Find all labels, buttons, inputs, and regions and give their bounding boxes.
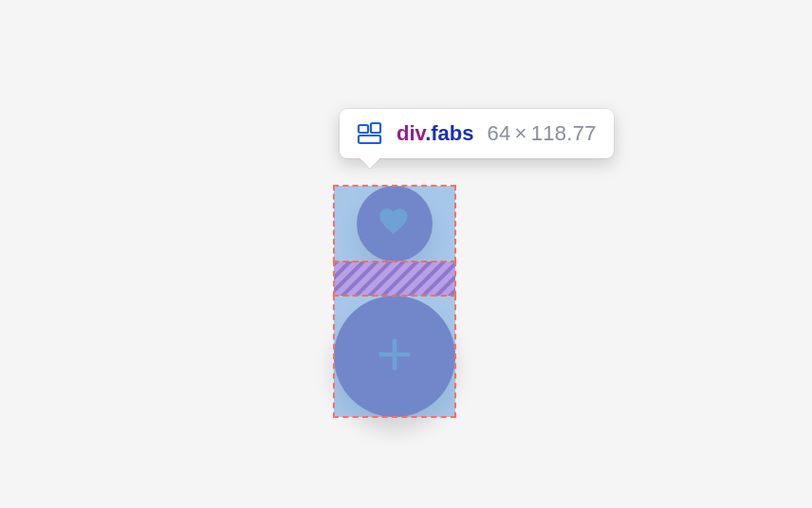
inspect-tooltip: div.fabs 64×118.77 <box>340 109 614 158</box>
tooltip-tag: div <box>397 121 425 145</box>
fabs-container <box>334 186 455 417</box>
tooltip-width: 64 <box>488 121 511 145</box>
svg-rect-3 <box>359 125 368 133</box>
tooltip-class: .fabs <box>425 121 473 145</box>
heart-icon <box>376 203 414 245</box>
fab-gap <box>334 262 455 296</box>
tooltip-selector: div.fabs <box>397 123 474 144</box>
flex-icon <box>357 120 383 147</box>
fab-add[interactable] <box>334 296 455 417</box>
svg-rect-4 <box>371 123 380 133</box>
plus-icon <box>368 328 421 385</box>
tooltip-dimensions: 64×118.77 <box>488 123 597 144</box>
svg-rect-5 <box>359 136 380 143</box>
tooltip-height: 118.77 <box>531 121 597 145</box>
multiply-symbol: × <box>511 121 531 145</box>
fab-favorite[interactable] <box>357 186 433 262</box>
tooltip-arrow <box>360 157 380 169</box>
